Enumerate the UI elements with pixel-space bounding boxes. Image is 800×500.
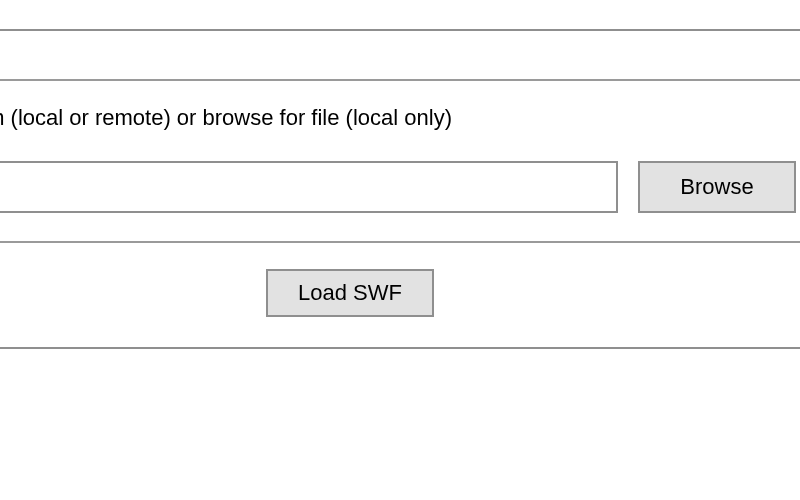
browse-button[interactable]: Browse	[638, 161, 796, 213]
dialog-title-bar: SWF	[0, 31, 800, 79]
dialog-footer: Load SWF	[0, 243, 800, 347]
load-swf-button[interactable]: Load SWF	[266, 269, 434, 317]
path-input[interactable]	[0, 161, 618, 213]
dialog-body: r full path (local or remote) or browse …	[0, 79, 800, 243]
instruction-text: r full path (local or remote) or browse …	[0, 105, 792, 131]
load-swf-dialog: SWF r full path (local or remote) or bro…	[0, 29, 800, 349]
path-row: Browse	[0, 161, 792, 213]
